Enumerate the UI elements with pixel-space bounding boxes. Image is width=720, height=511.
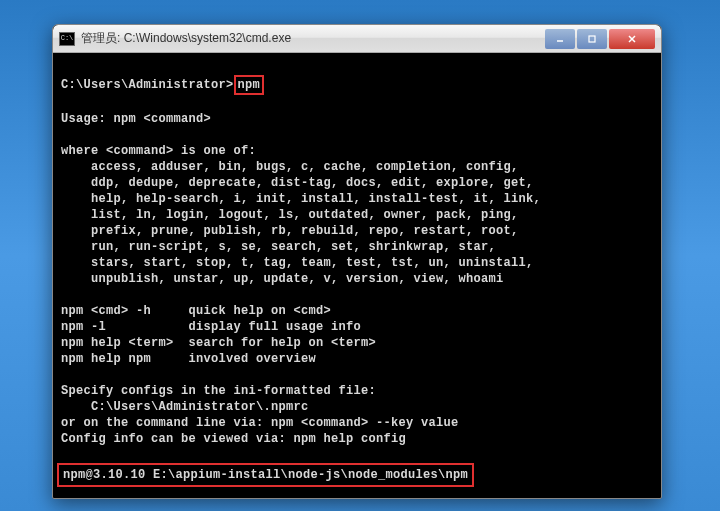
- blank-line: [61, 367, 653, 383]
- titlebar[interactable]: C:\ 管理员: C:\Windows\system32\cmd.exe: [53, 25, 661, 53]
- cmd-list-line: help, help-search, i, init, install, ins…: [61, 191, 653, 207]
- cmd-window: C:\ 管理员: C:\Windows\system32\cmd.exe C:\…: [52, 24, 662, 499]
- version-line-wrap: npm@3.10.10 E:\appium-install\node-js\no…: [61, 463, 653, 487]
- svg-rect-1: [589, 36, 595, 42]
- config-line: Config info can be viewed via: npm help …: [61, 431, 653, 447]
- blank-line: [61, 287, 653, 303]
- config-line: C:\Users\Administrator\.npmrc: [61, 399, 653, 415]
- config-line: Specify configs in the ini-formatted fil…: [61, 383, 653, 399]
- close-button[interactable]: [609, 29, 655, 49]
- highlighted-version: npm@3.10.10 E:\appium-install\node-js\no…: [57, 463, 474, 487]
- highlighted-command: npm: [234, 75, 265, 95]
- cmd-icon: C:\: [59, 32, 75, 46]
- window-title: 管理员: C:\Windows\system32\cmd.exe: [81, 30, 543, 47]
- terminal-output[interactable]: C:\Users\Administrator>npm Usage: npm <c…: [53, 53, 661, 499]
- cmd-list-line: stars, start, stop, t, tag, team, test, …: [61, 255, 653, 271]
- usage-line: Usage: npm <command>: [61, 111, 653, 127]
- help-line: npm help npm involved overview: [61, 351, 653, 367]
- window-controls: [543, 29, 655, 49]
- prompt-line-1: C:\Users\Administrator>npm: [61, 75, 653, 95]
- cmd-list-line: unpublish, unstar, up, update, v, versio…: [61, 271, 653, 287]
- blank-line: [61, 487, 653, 499]
- blank-line: [61, 59, 653, 75]
- cmd-list-line: ddp, dedupe, deprecate, dist-tag, docs, …: [61, 175, 653, 191]
- cmd-list-line: run, run-script, s, se, search, set, shr…: [61, 239, 653, 255]
- help-line: npm help <term> search for help on <term…: [61, 335, 653, 351]
- prompt-path: C:\Users\Administrator>: [61, 78, 234, 92]
- blank-line: [61, 127, 653, 143]
- minimize-button[interactable]: [545, 29, 575, 49]
- blank-line: [61, 95, 653, 111]
- help-line: npm <cmd> -h quick help on <cmd>: [61, 303, 653, 319]
- where-line: where <command> is one of:: [61, 143, 653, 159]
- cmd-list-line: prefix, prune, publish, rb, rebuild, rep…: [61, 223, 653, 239]
- maximize-button[interactable]: [577, 29, 607, 49]
- config-line: or on the command line via: npm <command…: [61, 415, 653, 431]
- blank-line: [61, 447, 653, 463]
- cmd-list-line: list, ln, login, logout, ls, outdated, o…: [61, 207, 653, 223]
- help-line: npm -l display full usage info: [61, 319, 653, 335]
- cmd-list-line: access, adduser, bin, bugs, c, cache, co…: [61, 159, 653, 175]
